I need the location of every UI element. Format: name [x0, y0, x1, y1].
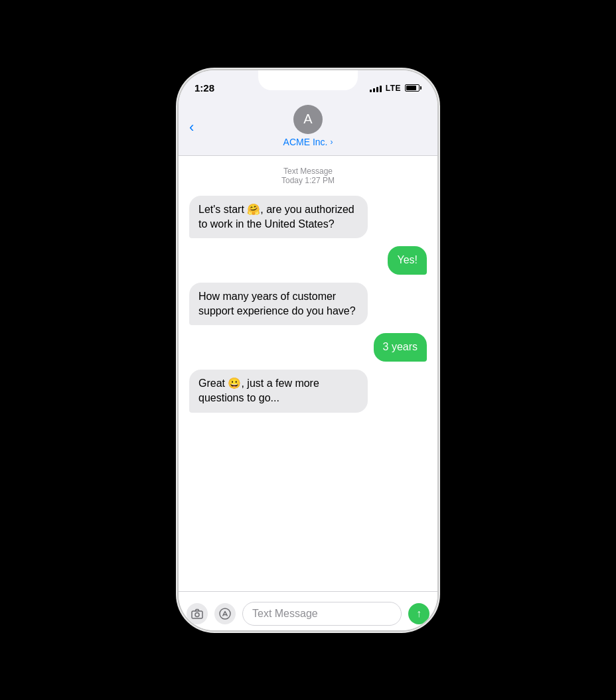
bubble-sent-2: 3 years: [374, 333, 427, 361]
appstore-button[interactable]: [214, 603, 236, 624]
lte-label: LTE: [386, 84, 401, 93]
bubble-text-3: How many years of customer support exper…: [198, 291, 356, 316]
message-input[interactable]: Text Message: [242, 602, 402, 626]
bubble-text-5: Great 😀, just a few more questions to go…: [198, 378, 319, 403]
battery-fill: [406, 86, 416, 90]
timestamp-time: Today 1:27 PM: [189, 176, 427, 185]
chevron-icon: ›: [330, 137, 333, 147]
bubble-received-2: How many years of customer support exper…: [189, 283, 368, 326]
send-arrow-icon: ↑: [416, 608, 422, 619]
notch: [258, 70, 358, 90]
battery-tip: [420, 86, 422, 90]
avatar-label: A: [303, 111, 312, 127]
bubble-row-4: 3 years: [189, 333, 427, 361]
bubble-received-3: Great 😀, just a few more questions to go…: [189, 370, 368, 413]
timestamp-label: Text Message: [189, 167, 427, 176]
message-timestamp: Text Message Today 1:27 PM: [189, 167, 427, 185]
signal-bar-2: [373, 88, 375, 92]
signal-bar-4: [380, 86, 382, 92]
bubble-received-1: Let's start 🤗, are you authorized to wor…: [189, 196, 368, 239]
svg-point-2: [220, 608, 230, 619]
messages-area: Text Message Today 1:27 PM Let's start 🤗…: [179, 156, 437, 591]
bubble-row-3: How many years of customer support exper…: [189, 283, 427, 326]
battery-icon: [405, 84, 422, 92]
contact-name-button[interactable]: ACME Inc. ›: [283, 137, 333, 147]
contact-avatar: A: [293, 105, 323, 134]
message-input-placeholder: Text Message: [252, 608, 318, 620]
svg-point-1: [195, 613, 199, 617]
send-button[interactable]: ↑: [408, 603, 429, 624]
bubble-row-5: Great 😀, just a few more questions to go…: [189, 370, 427, 413]
signal-bars-icon: [370, 84, 382, 92]
bubble-text-4: 3 years: [383, 341, 418, 352]
contact-name-text: ACME Inc.: [283, 137, 328, 147]
bubble-sent-1: Yes!: [388, 246, 427, 274]
status-time: 1:28: [194, 82, 214, 94]
signal-bar-1: [370, 90, 372, 92]
status-icons: LTE: [370, 84, 422, 93]
bubble-text-1: Let's start 🤗, are you authorized to wor…: [198, 204, 354, 230]
appstore-icon: [219, 608, 231, 620]
phone-frame: 1:28 LTE ‹ A ACME Inc. ›: [179, 70, 437, 630]
bubble-text-2: Yes!: [397, 254, 418, 265]
battery-body: [405, 84, 420, 92]
svg-rect-0: [192, 611, 202, 618]
bubble-row-2: Yes!: [189, 246, 427, 274]
input-bar: Text Message ↑: [179, 591, 437, 630]
bubble-row-1: Let's start 🤗, are you authorized to wor…: [189, 196, 427, 239]
back-button[interactable]: ‹: [189, 119, 194, 136]
camera-button[interactable]: [187, 603, 208, 624]
signal-bar-3: [376, 87, 378, 92]
camera-icon: [191, 608, 203, 619]
nav-header: ‹ A ACME Inc. ›: [179, 100, 437, 156]
